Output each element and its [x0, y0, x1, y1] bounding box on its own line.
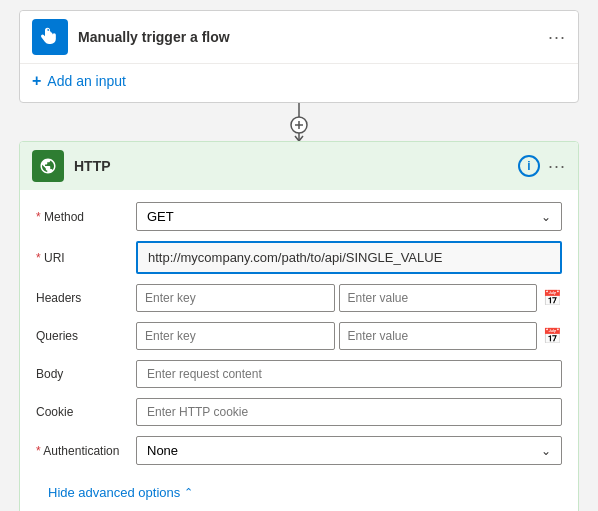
hide-advanced-button[interactable]: Hide advanced options ⌃ — [36, 479, 205, 506]
body-input[interactable] — [136, 360, 562, 388]
queries-row: Queries 📅 — [36, 322, 562, 350]
body-control[interactable] — [136, 360, 562, 388]
authentication-value: None — [147, 443, 178, 458]
step-connector[interactable] — [284, 103, 314, 141]
trigger-card: Manually trigger a flow ··· + Add an inp… — [19, 10, 579, 103]
auth-chevron-down-icon: ⌄ — [541, 444, 551, 458]
authentication-select[interactable]: None ⌄ — [136, 436, 562, 465]
body-row: Body — [36, 360, 562, 388]
authentication-row: Authentication None ⌄ — [36, 436, 562, 465]
http-more-button[interactable]: ··· — [548, 156, 566, 177]
queries-label: Queries — [36, 329, 136, 343]
uri-row: URI http://mycompany.com/path/to/api/SIN… — [36, 241, 562, 274]
trigger-title: Manually trigger a flow — [78, 29, 548, 45]
cookie-control[interactable] — [136, 398, 562, 426]
headers-add-icon[interactable]: 📅 — [543, 289, 562, 307]
cookie-input[interactable] — [136, 398, 562, 426]
headers-key-input[interactable] — [136, 284, 335, 312]
method-row: Method GET ⌄ — [36, 202, 562, 231]
queries-value-input[interactable] — [339, 322, 538, 350]
headers-value-input[interactable] — [339, 284, 538, 312]
http-card: HTTP i ··· Method GET ⌄ URI — [19, 141, 579, 511]
chevron-up-icon: ⌃ — [184, 486, 193, 499]
http-info-button[interactable]: i — [518, 155, 540, 177]
hand-trigger-icon — [40, 27, 60, 47]
trigger-icon-box — [32, 19, 68, 55]
authentication-label: Authentication — [36, 444, 136, 458]
add-input-label: Add an input — [47, 73, 126, 89]
queries-key-input[interactable] — [136, 322, 335, 350]
globe-icon — [39, 157, 57, 175]
uri-field[interactable]: http://mycompany.com/path/to/api/SINGLE_… — [136, 241, 562, 274]
trigger-header: Manually trigger a flow ··· — [20, 11, 578, 63]
info-label: i — [527, 159, 530, 173]
headers-control — [136, 284, 537, 312]
plus-icon: + — [32, 72, 41, 90]
queries-add-icon[interactable]: 📅 — [543, 327, 562, 345]
headers-row: Headers 📅 — [36, 284, 562, 312]
authentication-control[interactable]: None ⌄ — [136, 436, 562, 465]
method-label: Method — [36, 210, 136, 224]
chevron-down-icon: ⌄ — [541, 210, 551, 224]
uri-control[interactable]: http://mycompany.com/path/to/api/SINGLE_… — [136, 241, 562, 274]
method-select[interactable]: GET ⌄ — [136, 202, 562, 231]
http-form-body: Method GET ⌄ URI http://mycompany.com/pa… — [20, 190, 578, 511]
method-value: GET — [147, 209, 174, 224]
add-input-button[interactable]: + Add an input — [32, 72, 126, 90]
trigger-body: + Add an input — [20, 63, 578, 102]
hide-advanced-label: Hide advanced options — [48, 485, 180, 500]
headers-label: Headers — [36, 291, 136, 305]
cookie-label: Cookie — [36, 405, 136, 419]
uri-label: URI — [36, 251, 136, 265]
http-icon-box — [32, 150, 64, 182]
body-label: Body — [36, 367, 136, 381]
method-control[interactable]: GET ⌄ — [136, 202, 562, 231]
add-step-icon[interactable] — [284, 103, 314, 141]
cookie-row: Cookie — [36, 398, 562, 426]
trigger-more-button[interactable]: ··· — [548, 27, 566, 48]
http-header: HTTP i ··· — [20, 142, 578, 190]
http-title: HTTP — [74, 158, 518, 174]
queries-control — [136, 322, 537, 350]
